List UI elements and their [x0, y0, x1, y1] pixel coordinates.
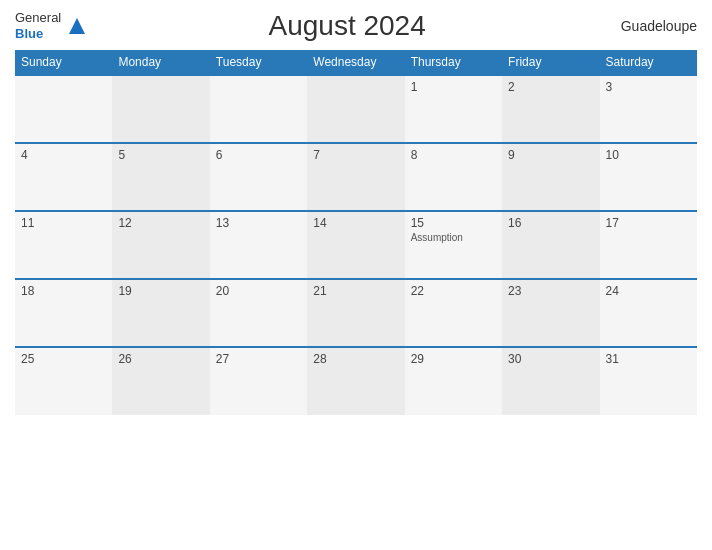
calendar-cell: 9 [502, 143, 599, 211]
logo-blue: Blue [15, 26, 61, 42]
calendar-cell: 18 [15, 279, 112, 347]
calendar-cell: 29 [405, 347, 502, 415]
calendar-cell [307, 75, 404, 143]
calendar-week-row-3: 1112131415Assumption1617 [15, 211, 697, 279]
col-thursday: Thursday [405, 50, 502, 75]
day-event: Assumption [411, 232, 496, 243]
calendar-cell [15, 75, 112, 143]
calendar-cell: 1 [405, 75, 502, 143]
day-number: 5 [118, 148, 203, 162]
calendar-cell: 10 [600, 143, 697, 211]
day-number: 12 [118, 216, 203, 230]
country-label: Guadeloupe [607, 18, 697, 34]
day-number: 17 [606, 216, 691, 230]
calendar-cell: 7 [307, 143, 404, 211]
day-number: 22 [411, 284, 496, 298]
logo: General Blue [15, 10, 87, 41]
day-number: 1 [411, 80, 496, 94]
calendar-cell: 16 [502, 211, 599, 279]
day-number: 9 [508, 148, 593, 162]
calendar-cell: 2 [502, 75, 599, 143]
calendar-cell [112, 75, 209, 143]
col-wednesday: Wednesday [307, 50, 404, 75]
day-number: 16 [508, 216, 593, 230]
col-saturday: Saturday [600, 50, 697, 75]
day-number: 26 [118, 352, 203, 366]
calendar-header-row: Sunday Monday Tuesday Wednesday Thursday… [15, 50, 697, 75]
day-number: 14 [313, 216, 398, 230]
calendar-cell: 5 [112, 143, 209, 211]
day-number: 28 [313, 352, 398, 366]
day-number: 4 [21, 148, 106, 162]
col-friday: Friday [502, 50, 599, 75]
day-number: 10 [606, 148, 691, 162]
calendar-cell: 11 [15, 211, 112, 279]
calendar-cell: 28 [307, 347, 404, 415]
day-number: 27 [216, 352, 301, 366]
calendar-week-row-1: 123 [15, 75, 697, 143]
col-monday: Monday [112, 50, 209, 75]
calendar-cell: 14 [307, 211, 404, 279]
calendar-cell: 3 [600, 75, 697, 143]
day-number: 7 [313, 148, 398, 162]
calendar-cell: 19 [112, 279, 209, 347]
calendar-cell: 4 [15, 143, 112, 211]
logo-triangle-icon [67, 16, 87, 36]
calendar-cell: 26 [112, 347, 209, 415]
col-sunday: Sunday [15, 50, 112, 75]
calendar-cell: 13 [210, 211, 307, 279]
calendar-cell: 15Assumption [405, 211, 502, 279]
calendar-cell: 30 [502, 347, 599, 415]
calendar-cell: 12 [112, 211, 209, 279]
calendar-cell: 6 [210, 143, 307, 211]
logo-general: General [15, 10, 61, 26]
calendar-week-row-4: 18192021222324 [15, 279, 697, 347]
day-number: 21 [313, 284, 398, 298]
day-number: 2 [508, 80, 593, 94]
day-number: 30 [508, 352, 593, 366]
calendar-cell: 23 [502, 279, 599, 347]
calendar-cell: 27 [210, 347, 307, 415]
page-header: General Blue August 2024 Guadeloupe [15, 10, 697, 42]
day-number: 31 [606, 352, 691, 366]
calendar-cell [210, 75, 307, 143]
day-number: 24 [606, 284, 691, 298]
day-number: 29 [411, 352, 496, 366]
day-number: 8 [411, 148, 496, 162]
calendar-cell: 17 [600, 211, 697, 279]
logo-text: General Blue [15, 10, 61, 41]
day-number: 23 [508, 284, 593, 298]
calendar-table: Sunday Monday Tuesday Wednesday Thursday… [15, 50, 697, 415]
calendar-page: General Blue August 2024 Guadeloupe Sund… [0, 0, 712, 550]
day-number: 25 [21, 352, 106, 366]
calendar-cell: 8 [405, 143, 502, 211]
day-number: 6 [216, 148, 301, 162]
day-number: 20 [216, 284, 301, 298]
calendar-cell: 22 [405, 279, 502, 347]
calendar-cell: 20 [210, 279, 307, 347]
calendar-cell: 31 [600, 347, 697, 415]
day-number: 3 [606, 80, 691, 94]
calendar-cell: 25 [15, 347, 112, 415]
day-number: 15 [411, 216, 496, 230]
day-number: 19 [118, 284, 203, 298]
calendar-cell: 24 [600, 279, 697, 347]
calendar-week-row-2: 45678910 [15, 143, 697, 211]
day-number: 11 [21, 216, 106, 230]
calendar-cell: 21 [307, 279, 404, 347]
col-tuesday: Tuesday [210, 50, 307, 75]
day-number: 18 [21, 284, 106, 298]
page-title: August 2024 [87, 10, 607, 42]
svg-marker-0 [69, 18, 85, 34]
day-number: 13 [216, 216, 301, 230]
calendar-week-row-5: 25262728293031 [15, 347, 697, 415]
